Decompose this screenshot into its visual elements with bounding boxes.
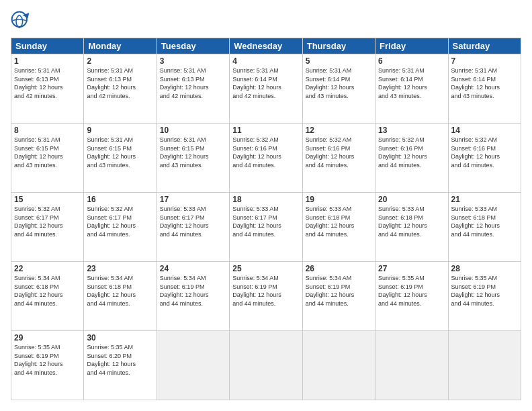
day-number: 22 bbox=[14, 264, 81, 273]
day-number: 9 bbox=[87, 126, 153, 135]
day-info: Sunrise: 5:31 AM Sunset: 6:13 PM Dayligh… bbox=[160, 66, 226, 100]
day-info: Sunrise: 5:31 AM Sunset: 6:13 PM Dayligh… bbox=[87, 66, 153, 100]
day-cell: 6Sunrise: 5:31 AM Sunset: 6:14 PM Daylig… bbox=[375, 54, 448, 124]
calendar-table: Sunday Monday Tuesday Wednesday Thursday… bbox=[11, 38, 521, 400]
day-cell bbox=[375, 331, 448, 400]
day-cell: 28Sunrise: 5:35 AM Sunset: 6:19 PM Dayli… bbox=[448, 262, 521, 331]
day-cell bbox=[448, 331, 521, 400]
day-info: Sunrise: 5:32 AM Sunset: 6:17 PM Dayligh… bbox=[14, 205, 81, 238]
day-number: 4 bbox=[232, 56, 299, 66]
day-cell: 15Sunrise: 5:32 AM Sunset: 6:17 PM Dayli… bbox=[11, 193, 84, 262]
day-number: 2 bbox=[87, 56, 153, 66]
day-info: Sunrise: 5:31 AM Sunset: 6:13 PM Dayligh… bbox=[14, 66, 81, 100]
week-row-0: 1Sunrise: 5:31 AM Sunset: 6:13 PM Daylig… bbox=[11, 54, 521, 124]
day-info: Sunrise: 5:34 AM Sunset: 6:19 PM Dayligh… bbox=[306, 274, 372, 308]
col-friday: Friday bbox=[375, 38, 448, 54]
day-cell: 18Sunrise: 5:33 AM Sunset: 6:17 PM Dayli… bbox=[230, 193, 302, 262]
day-info: Sunrise: 5:33 AM Sunset: 6:18 PM Dayligh… bbox=[378, 205, 445, 238]
day-cell: 7Sunrise: 5:31 AM Sunset: 6:14 PM Daylig… bbox=[448, 54, 521, 124]
day-info: Sunrise: 5:34 AM Sunset: 6:19 PM Dayligh… bbox=[160, 274, 226, 308]
day-info: Sunrise: 5:34 AM Sunset: 6:18 PM Dayligh… bbox=[87, 274, 153, 308]
page: Sunday Monday Tuesday Wednesday Thursday… bbox=[0, 0, 532, 411]
day-number: 6 bbox=[378, 56, 445, 66]
col-saturday: Saturday bbox=[448, 38, 521, 54]
day-info: Sunrise: 5:35 AM Sunset: 6:19 PM Dayligh… bbox=[14, 343, 81, 377]
day-info: Sunrise: 5:33 AM Sunset: 6:18 PM Dayligh… bbox=[451, 205, 518, 238]
day-cell: 22Sunrise: 5:34 AM Sunset: 6:18 PM Dayli… bbox=[11, 262, 84, 331]
day-cell bbox=[302, 331, 375, 400]
day-cell: 2Sunrise: 5:31 AM Sunset: 6:13 PM Daylig… bbox=[84, 54, 157, 124]
week-row-2: 15Sunrise: 5:32 AM Sunset: 6:17 PM Dayli… bbox=[11, 193, 521, 262]
day-info: Sunrise: 5:32 AM Sunset: 6:17 PM Dayligh… bbox=[87, 205, 153, 238]
day-cell: 16Sunrise: 5:32 AM Sunset: 6:17 PM Dayli… bbox=[84, 193, 157, 262]
day-info: Sunrise: 5:32 AM Sunset: 6:16 PM Dayligh… bbox=[306, 136, 372, 169]
day-number: 5 bbox=[306, 56, 372, 66]
day-cell: 5Sunrise: 5:31 AM Sunset: 6:14 PM Daylig… bbox=[302, 54, 375, 124]
header bbox=[11, 11, 521, 32]
day-number: 16 bbox=[87, 195, 153, 204]
day-cell bbox=[230, 331, 302, 400]
day-info: Sunrise: 5:33 AM Sunset: 6:17 PM Dayligh… bbox=[160, 205, 226, 238]
day-cell: 29Sunrise: 5:35 AM Sunset: 6:19 PM Dayli… bbox=[11, 331, 84, 400]
day-number: 12 bbox=[306, 126, 372, 135]
day-cell: 1Sunrise: 5:31 AM Sunset: 6:13 PM Daylig… bbox=[11, 54, 84, 124]
day-number: 14 bbox=[451, 126, 518, 135]
day-info: Sunrise: 5:35 AM Sunset: 6:19 PM Dayligh… bbox=[378, 274, 445, 308]
day-number: 27 bbox=[378, 264, 445, 273]
day-info: Sunrise: 5:32 AM Sunset: 6:16 PM Dayligh… bbox=[232, 136, 299, 169]
day-cell: 11Sunrise: 5:32 AM Sunset: 6:16 PM Dayli… bbox=[230, 124, 302, 193]
day-cell: 27Sunrise: 5:35 AM Sunset: 6:19 PM Dayli… bbox=[375, 262, 448, 331]
day-number: 25 bbox=[232, 264, 299, 273]
day-number: 3 bbox=[160, 56, 226, 66]
day-info: Sunrise: 5:31 AM Sunset: 6:14 PM Dayligh… bbox=[306, 66, 372, 100]
day-info: Sunrise: 5:33 AM Sunset: 6:17 PM Dayligh… bbox=[232, 205, 299, 238]
day-cell bbox=[157, 331, 229, 400]
day-info: Sunrise: 5:31 AM Sunset: 6:15 PM Dayligh… bbox=[87, 136, 153, 169]
day-cell: 21Sunrise: 5:33 AM Sunset: 6:18 PM Dayli… bbox=[448, 193, 521, 262]
logo-icon bbox=[11, 11, 32, 32]
day-cell: 13Sunrise: 5:32 AM Sunset: 6:16 PM Dayli… bbox=[375, 124, 448, 193]
day-cell: 24Sunrise: 5:34 AM Sunset: 6:19 PM Dayli… bbox=[157, 262, 229, 331]
day-cell: 14Sunrise: 5:32 AM Sunset: 6:16 PM Dayli… bbox=[448, 124, 521, 193]
day-cell: 12Sunrise: 5:32 AM Sunset: 6:16 PM Dayli… bbox=[302, 124, 375, 193]
col-wednesday: Wednesday bbox=[230, 38, 302, 54]
week-row-3: 22Sunrise: 5:34 AM Sunset: 6:18 PM Dayli… bbox=[11, 262, 521, 331]
day-cell: 9Sunrise: 5:31 AM Sunset: 6:15 PM Daylig… bbox=[84, 124, 157, 193]
day-number: 15 bbox=[14, 195, 81, 204]
week-row-1: 8Sunrise: 5:31 AM Sunset: 6:15 PM Daylig… bbox=[11, 124, 521, 193]
day-cell: 3Sunrise: 5:31 AM Sunset: 6:13 PM Daylig… bbox=[157, 54, 229, 124]
week-row-4: 29Sunrise: 5:35 AM Sunset: 6:19 PM Dayli… bbox=[11, 331, 521, 400]
day-number: 1 bbox=[14, 56, 81, 66]
day-info: Sunrise: 5:31 AM Sunset: 6:14 PM Dayligh… bbox=[378, 66, 445, 100]
day-number: 7 bbox=[451, 56, 518, 66]
day-number: 21 bbox=[451, 195, 518, 204]
day-cell: 19Sunrise: 5:33 AM Sunset: 6:18 PM Dayli… bbox=[302, 193, 375, 262]
day-number: 20 bbox=[378, 195, 445, 204]
day-number: 11 bbox=[232, 126, 299, 135]
day-cell: 30Sunrise: 5:35 AM Sunset: 6:20 PM Dayli… bbox=[84, 331, 157, 400]
day-info: Sunrise: 5:34 AM Sunset: 6:19 PM Dayligh… bbox=[232, 274, 299, 308]
day-info: Sunrise: 5:35 AM Sunset: 6:19 PM Dayligh… bbox=[451, 274, 518, 308]
day-number: 29 bbox=[14, 333, 81, 342]
day-info: Sunrise: 5:31 AM Sunset: 6:15 PM Dayligh… bbox=[160, 136, 226, 169]
header-row: Sunday Monday Tuesday Wednesday Thursday… bbox=[11, 38, 521, 54]
day-info: Sunrise: 5:31 AM Sunset: 6:15 PM Dayligh… bbox=[14, 136, 81, 169]
day-number: 23 bbox=[87, 264, 153, 273]
day-info: Sunrise: 5:32 AM Sunset: 6:16 PM Dayligh… bbox=[378, 136, 445, 169]
day-number: 26 bbox=[306, 264, 372, 273]
day-number: 10 bbox=[160, 126, 226, 135]
day-info: Sunrise: 5:34 AM Sunset: 6:18 PM Dayligh… bbox=[14, 274, 81, 308]
col-sunday: Sunday bbox=[11, 38, 84, 54]
col-monday: Monday bbox=[84, 38, 157, 54]
day-number: 18 bbox=[232, 195, 299, 204]
day-number: 13 bbox=[378, 126, 445, 135]
day-info: Sunrise: 5:33 AM Sunset: 6:18 PM Dayligh… bbox=[306, 205, 372, 238]
day-cell: 10Sunrise: 5:31 AM Sunset: 6:15 PM Dayli… bbox=[157, 124, 229, 193]
day-cell: 23Sunrise: 5:34 AM Sunset: 6:18 PM Dayli… bbox=[84, 262, 157, 331]
day-number: 24 bbox=[160, 264, 226, 273]
day-info: Sunrise: 5:35 AM Sunset: 6:20 PM Dayligh… bbox=[87, 343, 153, 377]
logo bbox=[11, 11, 35, 32]
day-cell: 20Sunrise: 5:33 AM Sunset: 6:18 PM Dayli… bbox=[375, 193, 448, 262]
day-number: 17 bbox=[160, 195, 226, 204]
day-cell: 17Sunrise: 5:33 AM Sunset: 6:17 PM Dayli… bbox=[157, 193, 229, 262]
